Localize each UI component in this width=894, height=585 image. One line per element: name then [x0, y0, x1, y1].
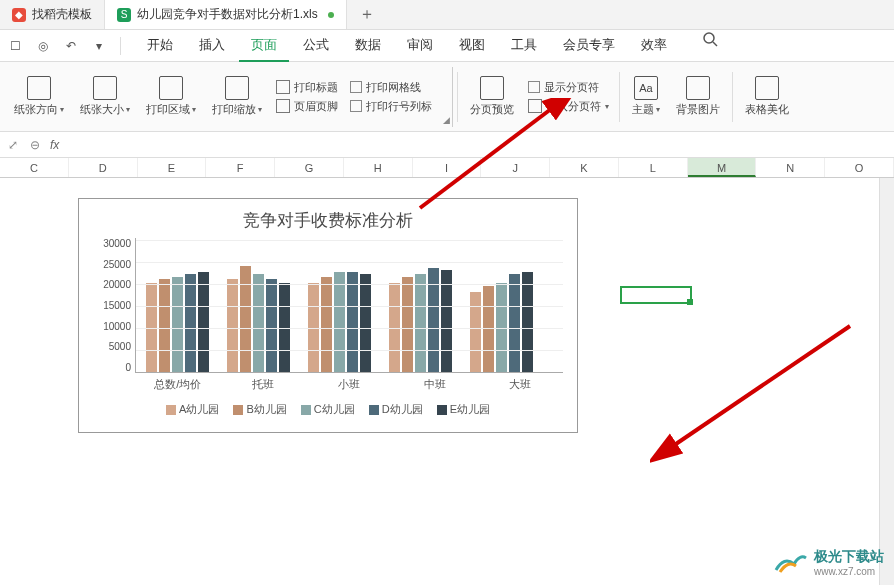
legend-swatch-icon	[233, 405, 243, 415]
column-header[interactable]: K	[550, 158, 619, 177]
search-icon[interactable]	[701, 30, 719, 48]
spreadsheet-icon: S	[117, 8, 131, 22]
watermark-url: www.xz7.com	[814, 566, 884, 577]
column-header[interactable]: H	[344, 158, 413, 177]
menu-items: 开始 插入 页面 公式 数据 审阅 视图 工具 会员专享 效率	[135, 30, 719, 62]
menu-member[interactable]: 会员专享	[551, 30, 627, 62]
menu-view[interactable]: 视图	[447, 30, 497, 62]
print-area-icon	[159, 76, 183, 100]
checkbox-icon[interactable]	[528, 81, 540, 93]
fx-label[interactable]: fx	[50, 138, 59, 152]
menu-insert[interactable]: 插入	[187, 30, 237, 62]
checkbox-icon[interactable]	[350, 100, 362, 112]
selected-cell[interactable]	[620, 286, 692, 304]
column-header[interactable]: N	[756, 158, 825, 177]
insert-break[interactable]: 插入分页符▾	[528, 99, 609, 114]
page-preview[interactable]: 分页预览	[462, 66, 522, 127]
separator	[619, 72, 620, 122]
menu-bar: ☐ ◎ ↶ ▾ 开始 插入 页面 公式 数据 审阅 视图 工具 会员专享 效率	[0, 30, 894, 62]
print-title-icon	[276, 80, 290, 94]
paper-size[interactable]: 纸张大小▾	[72, 66, 138, 127]
bar	[360, 274, 371, 372]
page-preview-icon	[480, 76, 504, 100]
bar	[441, 270, 452, 372]
bar	[227, 279, 238, 372]
insert-break-icon	[528, 99, 542, 113]
y-tick: 5000	[109, 341, 131, 352]
column-header[interactable]: D	[69, 158, 138, 177]
bar	[172, 277, 183, 372]
bar	[253, 274, 264, 372]
tab-template[interactable]: ◆ 找稻壳模板	[0, 0, 105, 29]
undo-icon[interactable]: ↶	[62, 37, 80, 55]
chevron-down-icon: ▾	[192, 105, 196, 114]
chevron-down-icon[interactable]: ▾	[90, 37, 108, 55]
column-header[interactable]: L	[619, 158, 688, 177]
chevron-down-icon: ▾	[126, 105, 130, 114]
header-footer[interactable]: 页眉页脚	[276, 99, 338, 114]
tab-add-button[interactable]: ＋	[347, 0, 387, 29]
watermark: 极光下载站 www.xz7.com	[774, 548, 884, 577]
menu-efficiency[interactable]: 效率	[629, 30, 679, 62]
print-area[interactable]: 打印区域▾	[138, 66, 204, 127]
bg-image[interactable]: 背景图片	[668, 66, 728, 127]
quick-access: ☐ ◎ ↶ ▾	[6, 37, 121, 55]
chevron-down-icon: ▾	[656, 105, 660, 114]
menu-page[interactable]: 页面	[239, 30, 289, 62]
y-tick: 25000	[103, 259, 131, 270]
bar	[389, 283, 400, 372]
annotation-arrow-2	[650, 318, 870, 468]
save-icon[interactable]: ☐	[6, 37, 24, 55]
column-header[interactable]: C	[0, 158, 69, 177]
chevron-down-icon: ▾	[60, 105, 64, 114]
table-beautify-icon	[755, 76, 779, 100]
menu-review[interactable]: 审阅	[395, 30, 445, 62]
page-portrait-icon	[27, 76, 51, 100]
tab-file[interactable]: S 幼儿园竞争对手数据对比分析1.xls	[105, 0, 347, 29]
print-title[interactable]: 打印标题	[276, 80, 338, 95]
menu-data[interactable]: 数据	[343, 30, 393, 62]
watermark-name: 极光下载站	[814, 548, 884, 566]
svg-point-0	[704, 33, 714, 43]
column-header[interactable]: M	[688, 158, 757, 177]
vertical-scrollbar[interactable]	[879, 178, 894, 585]
show-breaks[interactable]: 显示分页符	[528, 80, 609, 95]
grid-area[interactable]: 竞争对手收费标准分析 30000250002000015000100005000…	[0, 178, 894, 585]
bar	[470, 292, 481, 372]
column-header[interactable]: O	[825, 158, 894, 177]
column-header[interactable]: E	[138, 158, 207, 177]
theme[interactable]: Aa 主题▾	[624, 66, 668, 127]
zoom-icon[interactable]: ⊖	[30, 138, 40, 152]
menu-tools[interactable]: 工具	[499, 30, 549, 62]
tab-file-label: 幼儿园竞争对手数据对比分析1.xls	[137, 6, 318, 23]
print-scale[interactable]: 打印缩放▾	[204, 66, 270, 127]
column-headers: CDEFGHIJKLMNO	[0, 158, 894, 178]
table-beautify[interactable]: 表格美化	[737, 66, 797, 127]
column-header[interactable]: F	[206, 158, 275, 177]
svg-line-3	[670, 326, 850, 448]
bar	[185, 274, 196, 372]
print-rowcol[interactable]: 打印行号列标	[350, 99, 432, 114]
dialog-launcher-icon[interactable]: ◢	[438, 67, 453, 127]
bar-cluster	[470, 272, 533, 372]
x-label: 大班	[477, 377, 563, 392]
bar	[308, 283, 319, 372]
column-header[interactable]: I	[413, 158, 482, 177]
formula-input[interactable]	[69, 132, 886, 157]
menu-start[interactable]: 开始	[135, 30, 185, 62]
paper-direction[interactable]: 纸张方向▾	[6, 66, 72, 127]
formula-bar: ⤢ ⊖ fx	[0, 132, 894, 158]
preview-icon[interactable]: ◎	[34, 37, 52, 55]
column-header[interactable]: J	[481, 158, 550, 177]
embedded-chart[interactable]: 竞争对手收费标准分析 30000250002000015000100005000…	[78, 198, 578, 433]
checkbox-icon[interactable]	[350, 81, 362, 93]
collapse-icon[interactable]: ⤢	[8, 138, 18, 152]
y-tick: 15000	[103, 300, 131, 311]
legend-item: A幼儿园	[166, 402, 219, 417]
menu-formula[interactable]: 公式	[291, 30, 341, 62]
print-grid[interactable]: 打印网格线	[350, 80, 432, 95]
x-label: 小班	[306, 377, 392, 392]
bar	[428, 268, 439, 372]
column-header[interactable]: G	[275, 158, 344, 177]
svg-line-1	[713, 42, 717, 46]
